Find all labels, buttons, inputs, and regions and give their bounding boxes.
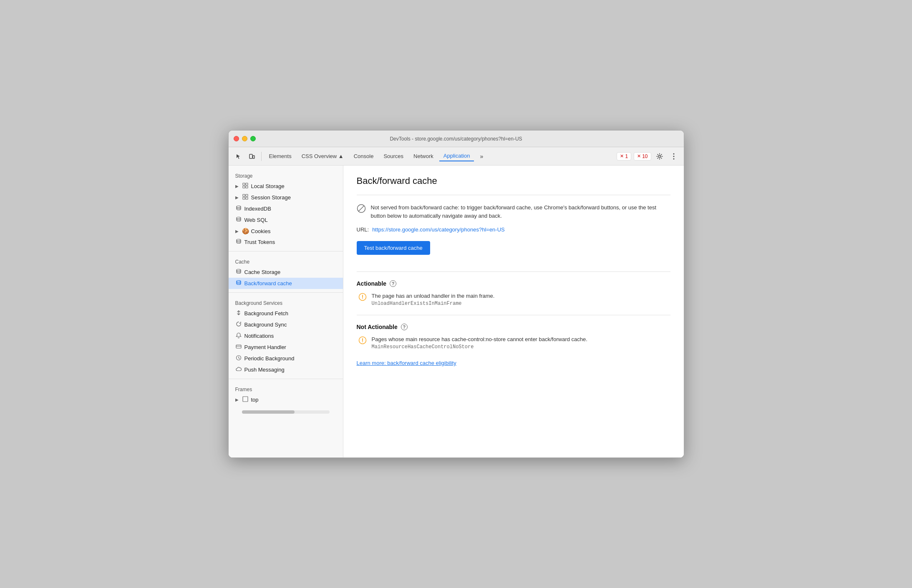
error-icon-1: ✕: [620, 153, 624, 159]
sidebar-item-payment-handler[interactable]: Payment Handler: [229, 342, 343, 353]
svg-point-15: [237, 217, 241, 219]
error-badge-1[interactable]: ✕ 1: [617, 152, 631, 161]
svg-line-24: [358, 206, 364, 211]
svg-point-30: [362, 342, 363, 342]
sidebar-item-backforward-cache[interactable]: Back/forward cache: [229, 278, 343, 289]
svg-rect-11: [246, 194, 248, 196]
clock-icon: [235, 355, 242, 362]
actionable-label: Actionable: [357, 280, 387, 287]
bg-sync-label: Background Sync: [244, 322, 287, 328]
notifications-label: Notifications: [244, 333, 274, 339]
tab-elements[interactable]: Elements: [265, 151, 296, 161]
payment-icon: [235, 344, 242, 351]
close-button[interactable]: [234, 136, 239, 141]
content-area: Storage ▶ Local Storage ▶ Session Storag…: [229, 166, 684, 457]
db-icon: [235, 269, 242, 276]
svg-rect-1: [253, 156, 254, 158]
settings-button[interactable]: [654, 151, 665, 162]
web-sql-label: Web SQL: [244, 217, 268, 223]
tab-css-overview[interactable]: CSS Overview ▲: [297, 151, 348, 161]
svg-rect-12: [243, 197, 245, 199]
minimize-button[interactable]: [242, 136, 247, 141]
push-messaging-label: Push Messaging: [244, 367, 285, 373]
sidebar-item-push-messaging[interactable]: Push Messaging: [229, 364, 343, 375]
svg-rect-8: [243, 186, 245, 188]
error-badge-2[interactable]: ✕ 10: [634, 152, 651, 161]
toolbar: Elements CSS Overview ▲ Console Sources …: [229, 147, 684, 166]
devtools-window: DevTools - store.google.com/us/category/…: [228, 130, 684, 458]
frames-section-title: Frames: [229, 382, 343, 394]
tab-console[interactable]: Console: [350, 151, 378, 161]
more-options-button[interactable]: [668, 151, 680, 162]
indexeddb-label: IndexedDB: [244, 206, 271, 212]
url-label: URL:: [357, 226, 369, 233]
svg-point-27: [362, 298, 363, 299]
scroll-thumb: [242, 410, 295, 414]
sidebar-item-notifications[interactable]: Notifications: [229, 330, 343, 342]
divider-between: [357, 315, 670, 315]
sidebar-item-bg-fetch[interactable]: Background Fetch: [229, 308, 343, 319]
sidebar-item-indexeddb[interactable]: IndexedDB: [229, 203, 343, 214]
arrows-icon: [235, 310, 242, 317]
toolbar-right: ✕ 1 ✕ 10: [617, 151, 679, 162]
payment-handler-label: Payment Handler: [244, 344, 286, 350]
main-title: Back/forward cache: [357, 176, 670, 186]
actionable-issue-content: The page has an unload handler in the ma…: [372, 293, 670, 307]
tab-sources[interactable]: Sources: [379, 151, 408, 161]
svg-rect-22: [243, 397, 248, 402]
divider-top: [357, 195, 670, 195]
scroll-indicator: [242, 410, 330, 414]
sidebar-item-web-sql[interactable]: Web SQL: [229, 214, 343, 226]
svg-point-4: [673, 156, 674, 157]
error-icon-2: ✕: [637, 153, 641, 159]
not-actionable-label: Not Actionable: [357, 324, 398, 330]
sidebar-item-session-storage[interactable]: ▶ Session Storage: [229, 192, 343, 203]
maximize-button[interactable]: [250, 136, 256, 141]
cookies-label: Cookies: [251, 228, 271, 234]
test-button[interactable]: Test back/forward cache: [357, 241, 430, 255]
tab-network[interactable]: Network: [409, 151, 438, 161]
sidebar-item-trust-tokens[interactable]: Trust Tokens: [229, 236, 343, 248]
url-value: https://store.google.com/us/category/pho…: [372, 226, 505, 233]
bell-icon: [235, 332, 242, 339]
not-actionable-issue-code: MainResourceHasCacheControlNoStore: [372, 344, 670, 350]
not-actionable-help-icon[interactable]: ?: [401, 324, 408, 330]
session-storage-label: Session Storage: [251, 194, 291, 201]
svg-point-16: [237, 239, 241, 241]
sidebar-item-cookies[interactable]: ▶ 🍪 Cookies: [229, 226, 343, 236]
svg-point-14: [237, 206, 241, 208]
learn-more-link[interactable]: Learn more: back/forward cache eligibili…: [357, 360, 456, 366]
url-row: URL: https://store.google.com/us/categor…: [357, 226, 670, 233]
sidebar-item-local-storage[interactable]: ▶ Local Storage: [229, 181, 343, 192]
sidebar-item-bg-sync[interactable]: Background Sync: [229, 319, 343, 330]
sidebar-item-cache-storage[interactable]: Cache Storage: [229, 266, 343, 278]
not-actionable-issue-title: Pages whose main resource has cache-cont…: [372, 336, 670, 342]
top-frame-label: top: [251, 397, 259, 403]
arrow-icon: ▶: [235, 397, 239, 402]
divider-3: [229, 379, 343, 379]
cursor-tool-button[interactable]: [233, 151, 244, 162]
arrow-icon: ▶: [235, 184, 239, 188]
cookie-icon: 🍪: [242, 228, 249, 234]
cache-storage-label: Cache Storage: [244, 269, 281, 275]
cache-section-title: Cache: [229, 255, 343, 266]
bg-fetch-label: Background Fetch: [244, 310, 289, 317]
actionable-help-icon[interactable]: ?: [390, 280, 396, 287]
device-toggle-button[interactable]: [246, 151, 258, 162]
sidebar: Storage ▶ Local Storage ▶ Session Storag…: [229, 166, 343, 457]
tab-application[interactable]: Application: [439, 151, 474, 161]
svg-point-17: [237, 269, 241, 271]
more-tabs-button[interactable]: »: [476, 151, 487, 162]
sidebar-item-periodic-bg[interactable]: Periodic Background: [229, 353, 343, 364]
backforward-cache-label: Back/forward cache: [244, 280, 292, 286]
window-title: DevTools - store.google.com/us/category/…: [390, 136, 522, 142]
local-storage-label: Local Storage: [251, 183, 285, 189]
info-box: Not served from back/forward cache: to t…: [357, 204, 670, 220]
grid-icon: [242, 194, 249, 201]
not-actionable-issue-item: Pages whose main resource has cache-cont…: [357, 336, 670, 350]
sidebar-item-top-frame[interactable]: ▶ top: [229, 394, 343, 405]
sync-icon: [235, 321, 242, 328]
db-icon: [235, 280, 242, 287]
svg-rect-13: [246, 197, 248, 199]
cloud-icon: [235, 366, 242, 373]
